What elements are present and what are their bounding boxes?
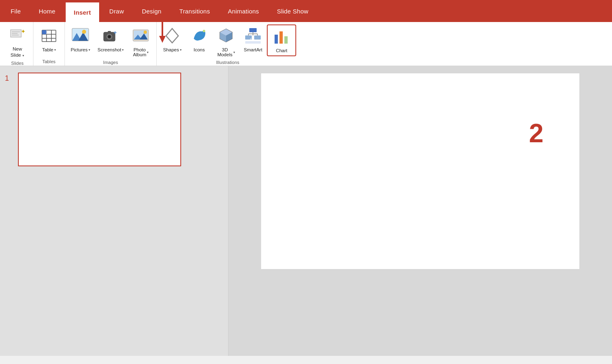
images-buttons: Pictures ▾ bbox=[67, 22, 154, 59]
slide-1-row: 1 bbox=[5, 73, 223, 166]
chart-icon bbox=[272, 27, 291, 46]
chart-button[interactable]: Chart bbox=[267, 24, 296, 56]
new-slide-icon: ✦ bbox=[9, 26, 27, 44]
smartart-icon bbox=[243, 26, 263, 46]
cursor-arrow bbox=[158, 20, 166, 43]
new-slide-button[interactable]: ✦ NewSlide ▾ bbox=[4, 24, 31, 60]
photo-album-icon bbox=[131, 26, 151, 46]
tables-group-label: Tables bbox=[36, 58, 62, 66]
svg-rect-44 bbox=[245, 41, 261, 44]
tab-draw[interactable]: Draw bbox=[100, 0, 133, 22]
tab-transitions[interactable]: Transitions bbox=[171, 0, 219, 22]
3d-models-button[interactable]: 3DModels ▾ bbox=[213, 24, 239, 59]
screenshot-label: Screenshot ▾ bbox=[98, 47, 124, 52]
svg-rect-47 bbox=[284, 36, 288, 44]
svg-rect-37 bbox=[254, 35, 261, 40]
slides-buttons: ✦ NewSlide ▾ bbox=[4, 22, 31, 60]
illustrations-buttons: Shapes ▾ Icons bbox=[159, 22, 296, 59]
slide-number: 1 bbox=[5, 74, 14, 83]
tab-slideshow[interactable]: Slide Show bbox=[268, 0, 317, 22]
tab-animations[interactable]: Animations bbox=[219, 0, 268, 22]
svg-rect-22 bbox=[108, 31, 111, 33]
table-button[interactable]: Table ▾ bbox=[36, 24, 62, 54]
svg-text:+: + bbox=[113, 29, 117, 36]
svg-point-28 bbox=[144, 31, 147, 34]
screenshot-button[interactable]: + Screenshot ▾ bbox=[94, 24, 127, 54]
ribbon: File Home Insert Draw Design Transitions… bbox=[0, 0, 612, 66]
svg-rect-46 bbox=[279, 31, 283, 44]
icons-label: Icons bbox=[193, 47, 205, 53]
pictures-label: Pictures ▾ bbox=[71, 47, 90, 52]
pictures-button[interactable]: Pictures ▾ bbox=[67, 24, 93, 54]
illustrations-group: Shapes ▾ Icons bbox=[157, 22, 299, 66]
svg-marker-29 bbox=[166, 29, 178, 43]
tab-home[interactable]: Home bbox=[30, 0, 64, 22]
photo-album-label: PhotoAlbum ▾ bbox=[133, 47, 149, 57]
svg-marker-49 bbox=[159, 36, 166, 43]
pictures-icon bbox=[71, 26, 90, 46]
new-slide-label: NewSlide ▾ bbox=[11, 46, 24, 58]
chart-label: Chart bbox=[276, 48, 287, 54]
slides-panel: 1 bbox=[0, 66, 228, 356]
tab-file[interactable]: File bbox=[2, 0, 30, 22]
illustrations-group-label: Illustrations bbox=[159, 59, 296, 66]
table-label: Table ▾ bbox=[42, 47, 56, 52]
3d-models-label: 3DModels ▾ bbox=[217, 47, 235, 57]
command-area: ✦ NewSlide ▾ Slides bbox=[0, 22, 612, 66]
smartart-button[interactable]: SmartArt bbox=[240, 24, 266, 55]
shapes-label: Shapes ▾ bbox=[163, 47, 182, 52]
smartart-label: SmartArt bbox=[244, 47, 262, 53]
tab-design[interactable]: Design bbox=[133, 0, 171, 22]
svg-rect-35 bbox=[249, 28, 257, 32]
svg-point-17 bbox=[82, 30, 86, 34]
svg-point-30 bbox=[203, 30, 205, 32]
tab-insert[interactable]: Insert bbox=[64, 1, 100, 22]
images-group: Pictures ▾ bbox=[65, 22, 157, 66]
photo-album-button[interactable]: PhotoAlbum ▾ bbox=[128, 24, 154, 59]
tables-group: Table ▾ Tables bbox=[33, 22, 65, 66]
table-icon bbox=[39, 26, 59, 46]
main-content: 1 bbox=[0, 66, 612, 356]
3d-models-icon bbox=[216, 26, 236, 46]
svg-rect-45 bbox=[275, 35, 278, 44]
screenshot-icon: + bbox=[101, 26, 120, 46]
images-group-label: Images bbox=[67, 59, 154, 66]
slide-editor bbox=[228, 66, 612, 356]
icons-icon bbox=[189, 26, 209, 46]
svg-rect-11 bbox=[42, 30, 47, 34]
slide-canvas[interactable] bbox=[261, 73, 579, 269]
slides-group: ✦ NewSlide ▾ Slides bbox=[2, 22, 33, 66]
svg-text:✦: ✦ bbox=[21, 28, 26, 35]
tables-buttons: Table ▾ bbox=[36, 22, 62, 58]
svg-point-21 bbox=[108, 35, 111, 38]
tab-bar: File Home Insert Draw Design Transitions… bbox=[0, 0, 612, 22]
icons-button[interactable]: Icons bbox=[186, 24, 212, 55]
slide-thumbnail[interactable] bbox=[18, 73, 181, 166]
